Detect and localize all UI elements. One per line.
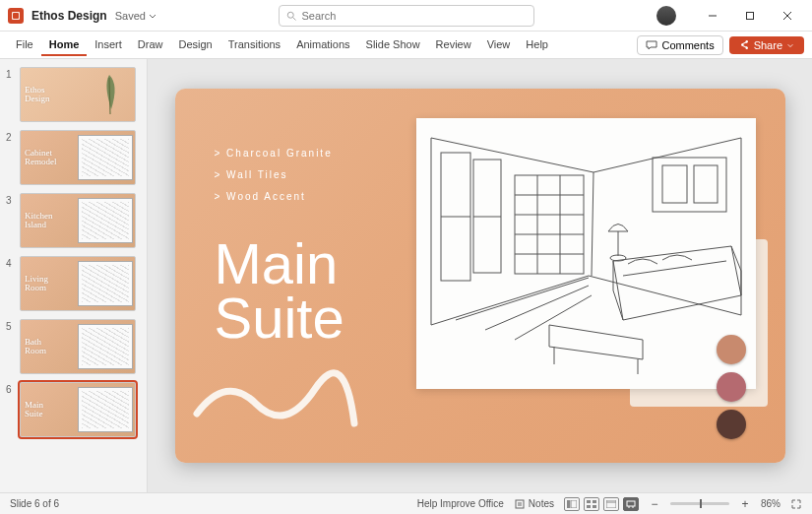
svg-point-8: [745, 40, 747, 42]
bullet-item: > Wood Accent: [215, 186, 333, 208]
slide-counter: Slide 6 of 6: [10, 498, 59, 509]
tab-draw[interactable]: Draw: [130, 34, 171, 56]
chevron-down-icon: [148, 11, 157, 21]
color-swatches: [717, 335, 746, 439]
maximize-button[interactable]: [733, 3, 767, 29]
svg-rect-46: [571, 500, 577, 508]
thumb-title: Living Room: [25, 275, 48, 292]
tab-view[interactable]: View: [479, 34, 519, 56]
share-label: Share: [754, 39, 782, 51]
title-bar: Ethos Design Saved: [0, 0, 812, 32]
thumb-title: Kitchen Island: [25, 212, 53, 229]
search-icon: [285, 10, 297, 22]
notes-icon: [514, 498, 526, 510]
slide-thumbnail-5[interactable]: Bath Room: [20, 319, 136, 374]
thumb-image: [78, 324, 133, 369]
svg-point-9: [741, 43, 743, 45]
svg-line-3: [293, 17, 296, 20]
svg-rect-5: [747, 12, 754, 19]
slide-thumbnail-1[interactable]: Ethos Design: [20, 67, 136, 122]
zoom-slider[interactable]: [670, 502, 729, 505]
user-avatar[interactable]: [656, 6, 676, 26]
thumb-image: [78, 198, 133, 243]
document-title: Ethos Design: [31, 9, 107, 23]
slide-thumbnail-2[interactable]: Cabinet Remodel: [20, 130, 136, 185]
zoom-percent: 86%: [761, 498, 781, 509]
reading-view-button[interactable]: [603, 497, 619, 511]
app-icon: [8, 8, 24, 24]
slideshow-view-button[interactable]: [623, 497, 639, 511]
comments-button[interactable]: Comments: [637, 35, 722, 55]
minimize-button[interactable]: [696, 3, 729, 29]
share-icon: [739, 39, 750, 50]
svg-rect-53: [627, 501, 635, 506]
search-box[interactable]: [279, 5, 534, 27]
tab-review[interactable]: Review: [428, 34, 479, 56]
tab-transitions[interactable]: Transitions: [220, 34, 288, 56]
notes-button[interactable]: Notes: [514, 498, 554, 510]
tab-design[interactable]: Design: [170, 34, 219, 56]
slide-thumbnail-4[interactable]: Living Room: [20, 256, 136, 311]
close-button[interactable]: [771, 3, 804, 29]
comments-label: Comments: [661, 39, 714, 51]
thumb-number: 4: [6, 256, 20, 311]
color-swatch: [717, 335, 746, 364]
thumb-number: 2: [6, 130, 20, 185]
tab-home[interactable]: Home: [41, 34, 88, 56]
thumb-number: 1: [6, 67, 20, 122]
leaf-icon: [90, 70, 129, 119]
tab-help[interactable]: Help: [518, 34, 556, 56]
tab-animations[interactable]: Animations: [288, 34, 357, 56]
thumb-title: Cabinet Remodel: [25, 149, 57, 166]
thumb-number: 3: [6, 193, 20, 248]
save-state-dropdown[interactable]: Saved: [115, 10, 157, 22]
help-improve-link[interactable]: Help Improve Office: [417, 498, 504, 509]
svg-rect-42: [516, 500, 524, 508]
thumb-image: [78, 135, 133, 180]
thumb-number: 5: [6, 319, 20, 374]
slide-thumbnails-panel[interactable]: 1Ethos Design2Cabinet Remodel3Kitchen Is…: [0, 59, 148, 492]
slide-thumbnail-6[interactable]: Main Suite: [20, 382, 136, 437]
bullet-item: > Wall Tiles: [215, 164, 333, 186]
slide-title-line1: Main: [215, 236, 344, 290]
tab-slide-show[interactable]: Slide Show: [358, 34, 428, 56]
slide-canvas[interactable]: > Charcoal Granite> Wall Tiles> Wood Acc…: [148, 59, 812, 492]
fit-to-window-button[interactable]: [790, 498, 802, 510]
tab-insert[interactable]: Insert: [87, 34, 130, 56]
zoom-out-button[interactable]: −: [649, 497, 660, 511]
svg-rect-48: [593, 500, 596, 503]
bullet-item: > Charcoal Granite: [215, 143, 333, 164]
current-slide[interactable]: > Charcoal Granite> Wall Tiles> Wood Acc…: [175, 89, 785, 463]
slide-image-group: [416, 118, 756, 389]
save-state-label: Saved: [115, 10, 146, 22]
chevron-down-icon: [786, 41, 794, 49]
normal-view-button[interactable]: [564, 497, 580, 511]
thumb-title: Main Suite: [25, 401, 43, 418]
slide-bullets: > Charcoal Granite> Wall Tiles> Wood Acc…: [215, 143, 333, 208]
notes-label: Notes: [529, 498, 554, 509]
room-sketch-image: [416, 118, 756, 389]
thumb-title: Ethos Design: [25, 86, 50, 103]
svg-rect-12: [416, 118, 756, 389]
sorter-view-button[interactable]: [584, 497, 599, 511]
fit-icon: [790, 498, 802, 510]
search-input[interactable]: [301, 10, 528, 22]
ribbon-tabs: FileHomeInsertDrawDesignTransitionsAnima…: [0, 32, 812, 59]
slide-thumbnail-3[interactable]: Kitchen Island: [20, 193, 136, 248]
thumb-title: Bath Room: [25, 338, 46, 355]
svg-rect-1: [13, 13, 19, 19]
decorative-squiggle: [187, 354, 364, 443]
svg-point-10: [745, 47, 747, 49]
tab-file[interactable]: File: [8, 34, 41, 56]
status-bar: Slide 6 of 6 Help Improve Office Notes −…: [0, 492, 812, 514]
zoom-in-button[interactable]: +: [739, 497, 751, 511]
slide-title: Main Suite: [215, 236, 344, 345]
svg-rect-50: [593, 505, 596, 508]
slide-title-line2: Suite: [215, 290, 344, 345]
svg-rect-47: [587, 500, 591, 503]
comment-icon: [646, 39, 657, 51]
share-button[interactable]: Share: [729, 36, 804, 54]
color-swatch: [717, 372, 746, 402]
svg-rect-45: [567, 500, 570, 508]
svg-rect-49: [587, 505, 591, 508]
